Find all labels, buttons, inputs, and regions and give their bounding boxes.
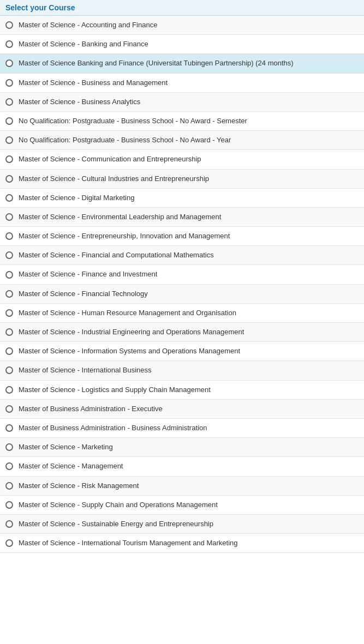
list-item[interactable]: Master of Science - Logistics and Supply… (0, 381, 364, 400)
radio-button[interactable] (5, 290, 13, 298)
list-item[interactable]: Master of Science - International Touris… (0, 534, 364, 553)
list-item[interactable]: Master of Science - Business and Managem… (0, 74, 364, 93)
course-label: Master of Science - Logistics and Supply… (19, 385, 211, 395)
radio-button[interactable] (5, 98, 13, 106)
radio-button[interactable] (5, 405, 13, 413)
radio-button[interactable] (5, 539, 13, 547)
list-item[interactable]: Master of Science - Cultural Industries … (0, 170, 364, 189)
course-label: Master of Science - Environmental Leader… (19, 212, 221, 222)
course-label: Master of Science Banking and Finance (U… (19, 58, 294, 68)
list-item[interactable]: Master of Science - Human Resource Manag… (0, 304, 364, 323)
course-label: Master of Science - Risk Management (19, 481, 139, 491)
list-item[interactable]: Master of Science - Marketing (0, 438, 364, 457)
course-label: Master of Science - Communication and En… (19, 154, 201, 164)
course-label: Master of Science - Business and Managem… (19, 78, 168, 88)
radio-button[interactable] (5, 501, 13, 509)
list-item[interactable]: Master of Business Administration - Exec… (0, 400, 364, 419)
page-header: Select your Course (0, 0, 364, 16)
radio-button[interactable] (5, 424, 13, 432)
list-item[interactable]: Master of Science - Digital Marketing (0, 189, 364, 208)
course-label: Master of Science - Information Systems … (19, 346, 240, 356)
course-label: No Qualification: Postgraduate - Busines… (19, 135, 231, 145)
list-item[interactable]: Master of Science - Entrepreneurship, In… (0, 227, 364, 246)
course-label: Master of Science - Digital Marketing (19, 193, 134, 203)
radio-button[interactable] (5, 155, 13, 163)
radio-button[interactable] (5, 213, 13, 221)
list-item[interactable]: Master of Science - Business Analytics (0, 93, 364, 112)
radio-button[interactable] (5, 59, 13, 67)
list-item[interactable]: Master of Science - Supply Chain and Ope… (0, 496, 364, 515)
radio-button[interactable] (5, 443, 13, 451)
list-item[interactable]: Master of Science - Information Systems … (0, 342, 364, 361)
course-list: Master of Science - Accounting and Finan… (0, 16, 364, 553)
course-label: Master of Science - Industrial Engineeri… (19, 327, 244, 337)
list-item[interactable]: Master of Business Administration - Busi… (0, 419, 364, 438)
radio-button[interactable] (5, 21, 13, 29)
list-item[interactable]: Master of Science - International Busine… (0, 361, 364, 380)
course-label: Master of Science - Finance and Investme… (19, 269, 157, 279)
radio-button[interactable] (5, 366, 13, 374)
list-item[interactable]: Master of Science - Banking and Finance (0, 35, 364, 54)
radio-button[interactable] (5, 328, 13, 336)
course-label: Master of Business Administration - Exec… (19, 404, 163, 414)
course-label: Master of Science - International Busine… (19, 365, 152, 375)
course-label: Master of Science - Sustainable Energy a… (19, 519, 213, 529)
page-title: Select your Course (5, 3, 75, 12)
list-item[interactable]: No Qualification: Postgraduate - Busines… (0, 131, 364, 150)
radio-button[interactable] (5, 520, 13, 528)
radio-button[interactable] (5, 40, 13, 48)
course-label: Master of Science - Banking and Finance (19, 39, 148, 49)
radio-button[interactable] (5, 232, 13, 240)
course-label: Master of Science - International Touris… (19, 538, 238, 548)
list-item[interactable]: Master of Science Banking and Finance (U… (0, 54, 364, 73)
radio-button[interactable] (5, 194, 13, 202)
radio-button[interactable] (5, 309, 13, 317)
radio-button[interactable] (5, 136, 13, 144)
list-item[interactable]: Master of Science - Accounting and Finan… (0, 16, 364, 35)
radio-button[interactable] (5, 117, 13, 125)
course-label: Master of Science - Cultural Industries … (19, 174, 209, 184)
header-bar: Select your Course (0, 0, 364, 16)
course-label: Master of Science - Management (19, 461, 123, 471)
list-item[interactable]: Master of Science - Environmental Leader… (0, 208, 364, 227)
radio-button[interactable] (5, 462, 13, 470)
radio-button[interactable] (5, 271, 13, 279)
list-item[interactable]: No Qualification: Postgraduate - Busines… (0, 112, 364, 131)
course-label: No Qualification: Postgraduate - Busines… (19, 116, 247, 126)
radio-button[interactable] (5, 79, 13, 87)
list-item[interactable]: Master of Science - Risk Management (0, 477, 364, 496)
course-label: Master of Science - Financial Technology (19, 289, 148, 299)
list-item[interactable]: Master of Science - Financial Technology (0, 285, 364, 304)
list-item[interactable]: Master of Science - Financial and Comput… (0, 246, 364, 265)
radio-button[interactable] (5, 347, 13, 355)
course-label: Master of Science - Financial and Comput… (19, 250, 214, 260)
list-item[interactable]: Master of Science - Sustainable Energy a… (0, 515, 364, 534)
list-item[interactable]: Master of Science - Management (0, 457, 364, 476)
course-label: Master of Business Administration - Busi… (19, 423, 207, 433)
radio-button[interactable] (5, 482, 13, 490)
course-label: Master of Science - Accounting and Finan… (19, 20, 157, 30)
course-label: Master of Science - Entrepreneurship, In… (19, 231, 230, 241)
course-label: Master of Science - Human Resource Manag… (19, 308, 236, 318)
list-item[interactable]: Master of Science - Finance and Investme… (0, 265, 364, 284)
list-item[interactable]: Master of Science - Industrial Engineeri… (0, 323, 364, 342)
course-label: Master of Science - Supply Chain and Ope… (19, 500, 218, 510)
radio-button[interactable] (5, 251, 13, 259)
radio-button[interactable] (5, 175, 13, 183)
radio-button[interactable] (5, 386, 13, 394)
list-item[interactable]: Master of Science - Communication and En… (0, 150, 364, 169)
course-label: Master of Science - Marketing (19, 442, 113, 452)
course-label: Master of Science - Business Analytics (19, 97, 140, 107)
